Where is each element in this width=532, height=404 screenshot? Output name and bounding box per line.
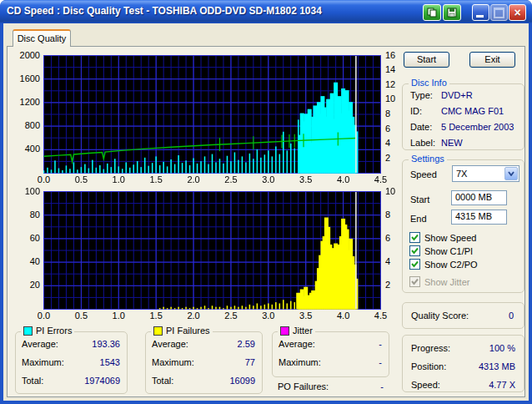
checkbox-checked-icon [409,232,420,243]
checkbox-checked-icon [409,245,420,256]
close-icon: × [514,7,520,18]
maximize-icon [494,8,504,18]
pi-failures-swatch-icon [153,326,163,336]
end-mb-input[interactable]: 4315 MB [451,210,507,225]
axis-tick-label: 0.5 [69,174,93,184]
axis-tick-label: 0.5 [69,311,93,321]
maximize-button[interactable] [490,4,508,21]
axis-tick-label: 10 [385,186,405,196]
show-speed-checkbox[interactable]: Show Speed [409,232,476,243]
axis-tick-label: 3.0 [257,311,280,321]
axis-tick-label: 4.0 [332,311,355,321]
axis-tick-label: 1.5 [144,311,168,321]
quality-score-label: Quality Score: [411,311,469,321]
quality-score-value: 0 [509,311,514,321]
pi-failures-title: PI Failures [166,326,210,336]
copy-to-clipboard-button[interactable] [423,4,441,21]
axis-tick-label: 40 [3,256,40,266]
disc-date-value: 5 December 2003 [441,122,514,132]
disc-info-group: Disc Info Type: DVD+R ID: CMC MAG F01 Da… [402,83,524,150]
exit-button[interactable]: Exit [469,52,515,68]
axis-tick-label: 400 [3,144,40,154]
start-mb-input[interactable]: 0000 MB [451,190,507,205]
settings-group: Settings Speed 7X Start 0000 MB End 4315… [402,159,524,293]
axis-tick-label: 1.0 [107,174,130,184]
po-failures-value: - [359,381,384,391]
pi-errors-average: 193.36 [92,339,120,349]
axis-tick-label: 1200 [3,97,40,107]
axis-tick-label: 4.0 [332,174,355,184]
axis-tick-label: 8 [385,109,405,119]
save-button[interactable] [443,4,461,21]
speed-setting-label: Speed [410,169,437,179]
speed-selected-value: 7X [456,169,467,179]
speed-readout-label: Speed: [411,380,440,390]
disc-type-label: Type: [410,90,433,100]
position-value: 4313 MB [479,361,515,371]
save-floppy-icon [447,8,457,18]
app-window: CD Speed : Disc Quality Test - TOSHIBA O… [0,0,532,404]
axis-tick-label: 0.0 [33,311,56,321]
progress-label: Progress: [411,343,450,353]
pi-errors-total: 1974069 [84,376,120,386]
jitter-average: - [379,339,382,349]
close-button[interactable]: × [509,4,526,21]
pi-errors-swatch-icon [23,326,33,336]
minimize-button[interactable] [472,4,489,21]
speed-readout-value: 4.77 X [489,380,515,390]
jitter-panel: Jitter Average: - Maximum: - [272,331,389,377]
title-bar[interactable]: CD Speed : Disc Quality Test - TOSHIBA O… [0,0,532,23]
minimize-icon [476,15,484,18]
axis-tick-label: 1.0 [107,311,130,321]
axis-tick-label: 2 [385,280,405,290]
copy-icon [427,8,437,18]
axis-tick-label: 6 [385,124,405,134]
disc-label-value: NEW [441,138,463,148]
tab-label: Disc Quality [18,33,67,43]
progress-panel: Progress: 100 % Position: 4313 MB Speed:… [402,335,524,392]
settings-title: Settings [409,154,447,164]
axis-tick-label: 3.0 [257,174,280,184]
axis-tick-label: 10 [385,93,405,104]
axis-tick-label: 6 [385,233,405,243]
show-c1-pi-checkbox[interactable]: Show C1/PI [409,245,473,256]
pi-failures-maximum: 77 [245,357,255,367]
disc-date-label: Date: [410,122,432,132]
pi-errors-maximum: 1543 [100,357,120,367]
start-button[interactable]: Start [404,52,449,68]
disc-id-label: ID: [410,106,422,116]
pi-errors-speed-chart [43,55,381,174]
pi-failures-total: 16099 [229,376,255,386]
axis-tick-label: 16 [385,50,405,60]
tab-disc-quality[interactable]: Disc Quality [13,29,71,47]
axis-tick-label: 2 [385,153,405,163]
show-c2-po-checkbox[interactable]: Show C2/PO [409,259,478,270]
disc-info-title: Disc Info [409,78,449,88]
chevron-down-icon[interactable] [504,167,518,180]
checkbox-checked-icon [409,259,420,270]
quality-score-panel: Quality Score: 0 [402,302,524,329]
checkbox-checked-disabled-icon [409,276,420,287]
axis-tick-label: 2000 [3,50,40,60]
axis-tick-label: 4 [385,256,405,266]
jitter-swatch-icon [280,326,289,336]
axis-tick-label: 2.0 [182,311,205,321]
axis-tick-label: 80 [3,210,40,220]
axis-tick-label: 2.0 [182,174,205,184]
disc-id-value: CMC MAG F01 [441,106,504,116]
axis-tick-label: 3.5 [294,174,318,184]
pi-failures-chart [43,191,381,310]
axis-tick-label: 4.5 [369,311,393,321]
axis-tick-label: 4 [385,138,405,148]
axis-tick-label: 100 [3,186,40,196]
jitter-title: Jitter [293,326,313,336]
position-label: Position: [411,361,446,371]
show-jitter-checkbox[interactable]: Show Jitter [409,276,469,287]
pi-errors-panel: PI Errors Average: 193.36 Maximum: 1543 … [15,331,128,394]
end-mb-label: End [410,214,427,224]
progress-value: 100 % [489,343,515,353]
pi-failures-average: 2.59 [238,339,255,349]
axis-tick-label: 2.5 [219,174,243,184]
speed-select[interactable]: 7X [452,165,519,182]
axis-tick-label: 12 [385,79,405,89]
